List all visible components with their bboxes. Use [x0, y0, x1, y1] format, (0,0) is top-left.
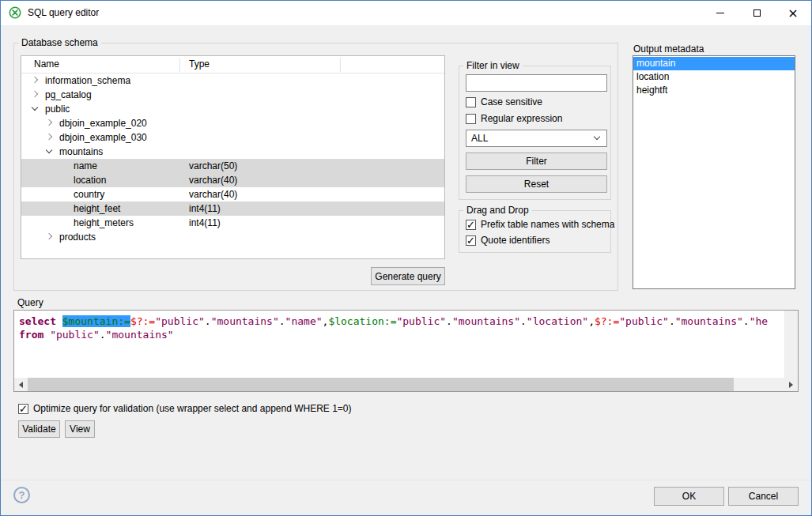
schema-tree-rows: information_schemapg_catalogpublicdbjoin…	[21, 73, 444, 258]
tree-row-dbjoin_example_030[interactable]: dbjoin_example_030	[21, 130, 444, 145]
cancel-button[interactable]: Cancel	[728, 487, 799, 506]
prefix-table-names-label: Prefix table names with schema	[481, 219, 614, 231]
query-token: "mountains"	[675, 315, 743, 327]
quote-identifiers-checkbox[interactable]	[466, 235, 476, 246]
chevron-collapsed-icon[interactable]	[46, 119, 52, 126]
chevron-expanded-icon[interactable]	[32, 104, 38, 111]
tree-row-mountains[interactable]: mountains	[21, 145, 444, 159]
query-vertical-scrollbar[interactable]	[784, 311, 798, 378]
query-token: "public"	[619, 315, 669, 327]
query-token: $?:=	[595, 315, 619, 327]
arrow-right-icon	[789, 382, 793, 388]
query-token: $?:=	[130, 315, 155, 327]
maximize-button[interactable]	[738, 1, 775, 25]
metadata-item-mountain[interactable]: mountain	[633, 57, 795, 70]
filter-scope-value: ALL	[471, 130, 488, 146]
tree-row-public[interactable]: public	[21, 102, 444, 116]
metadata-item-location[interactable]: location	[633, 70, 795, 84]
filter-input[interactable]	[466, 74, 607, 92]
scroll-right-button[interactable]	[784, 378, 798, 391]
filter-button[interactable]: Filter	[466, 153, 607, 170]
tree-node-type: int4(11)	[189, 216, 221, 230]
ok-button[interactable]: OK	[654, 487, 724, 506]
query-token: "mountains"	[452, 315, 520, 327]
tree-row-location[interactable]: locationvarchar(40)	[21, 173, 444, 187]
close-button[interactable]: ×	[775, 1, 811, 25]
column-header-name[interactable]: Name	[34, 56, 59, 73]
schema-tree: Name Type information_schemapg_catalogpu…	[21, 55, 445, 259]
column-divider[interactable]	[340, 58, 341, 72]
tree-node-name: products	[59, 230, 96, 244]
query-token: .	[446, 315, 452, 327]
schema-tree-header: Name Type	[21, 56, 444, 73]
footer-divider	[1, 480, 811, 480]
tree-node-type: int4(11)	[189, 202, 221, 216]
tree-row-name[interactable]: namevarchar(50)	[21, 159, 444, 173]
clover-app-icon	[9, 6, 21, 19]
query-token: "mountains"	[211, 315, 279, 327]
tree-row-products[interactable]: products	[21, 230, 444, 244]
tree-node-name: height_feet	[74, 202, 120, 216]
query-token: .	[520, 315, 527, 327]
tree-node-name: dbjoin_example_020	[59, 116, 147, 130]
query-token: "he	[750, 315, 768, 327]
chevron-collapsed-icon[interactable]	[32, 77, 38, 83]
scrollbar-thumb[interactable]	[28, 378, 734, 391]
chevron-expanded-icon[interactable]	[46, 147, 52, 153]
column-divider[interactable]	[179, 58, 180, 72]
tree-node-name: location	[74, 173, 106, 187]
drag-and-drop-label: Drag and Drop	[463, 205, 532, 216]
tree-node-name: information_schema	[45, 73, 130, 88]
query-line-1: select $mountain:=$?:="public"."mountain…	[19, 314, 784, 328]
tree-row-pg_catalog[interactable]: pg_catalog	[21, 88, 444, 102]
query-token: .	[279, 315, 285, 327]
tree-node-type: varchar(50)	[189, 159, 237, 173]
query-line-2: from "public"."mountains"	[19, 328, 784, 341]
tree-row-height_feet[interactable]: height_feetint4(11)	[21, 202, 444, 216]
query-token: .	[743, 315, 750, 327]
tree-node-name: pg_catalog	[45, 88, 92, 102]
query-token: "public"	[396, 315, 446, 327]
chevron-collapsed-icon[interactable]	[46, 134, 52, 140]
query-token: .	[205, 315, 211, 327]
query-token: "location"	[527, 315, 588, 327]
case-sensitive-checkbox[interactable]	[466, 97, 476, 107]
help-button[interactable]: ?	[13, 487, 30, 503]
prefix-table-names-checkbox[interactable]	[466, 220, 476, 230]
minimize-button[interactable]	[702, 1, 738, 25]
query-token: .	[100, 329, 106, 341]
chevron-collapsed-icon[interactable]	[46, 233, 52, 239]
regular-expression-label: Regular expression	[481, 113, 562, 125]
output-metadata-list[interactable]: mountainlocationheightft	[633, 55, 795, 289]
tree-node-type: varchar(40)	[189, 173, 237, 187]
column-header-type[interactable]: Type	[189, 56, 210, 73]
view-button[interactable]: View	[65, 420, 95, 438]
optimize-query-checkbox[interactable]	[18, 404, 28, 414]
quote-identifiers-label: Quote identifiers	[481, 235, 550, 247]
sql-query-editor-dialog: SQL query editor × Database schema Name …	[0, 0, 812, 516]
title-bar: SQL query editor ×	[1, 1, 811, 25]
query-editor[interactable]: select $mountain:=$?:="public"."mountain…	[13, 310, 799, 392]
generate-query-button[interactable]: Generate query	[371, 267, 445, 285]
tree-row-country[interactable]: countryvarchar(40)	[21, 187, 444, 202]
query-token: ,	[588, 315, 595, 327]
filter-in-view-label: Filter in view	[463, 60, 523, 71]
reset-button[interactable]: Reset	[466, 175, 607, 193]
tree-row-height_meters[interactable]: height_metersint4(11)	[21, 216, 444, 230]
query-horizontal-scrollbar[interactable]	[14, 378, 798, 391]
query-token: "name"	[285, 315, 323, 327]
database-schema-label: Database schema	[18, 37, 101, 48]
chevron-down-icon	[594, 134, 600, 140]
regular-expression-checkbox[interactable]	[466, 114, 476, 124]
metadata-item-heightft[interactable]: heightft	[633, 84, 795, 97]
validate-button[interactable]: Validate	[18, 420, 60, 438]
filter-scope-dropdown[interactable]: ALL	[466, 130, 607, 147]
query-code[interactable]: select $mountain:=$?:="public"."mountain…	[19, 314, 784, 377]
tree-row-information_schema[interactable]: information_schema	[21, 73, 444, 88]
scroll-left-button[interactable]	[14, 378, 28, 391]
chevron-collapsed-icon[interactable]	[32, 91, 38, 97]
minimize-icon	[716, 13, 724, 13]
tree-row-dbjoin_example_020[interactable]: dbjoin_example_020	[21, 116, 444, 130]
tree-node-name: country	[74, 187, 104, 202]
query-token: select	[19, 315, 62, 327]
